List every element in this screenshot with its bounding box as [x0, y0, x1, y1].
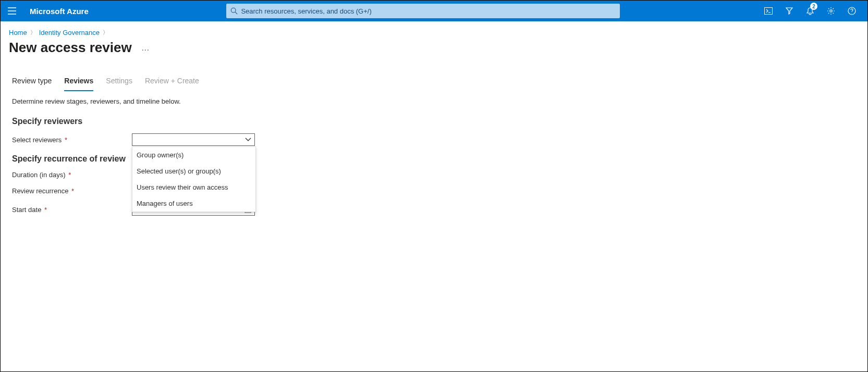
option-group-owners[interactable]: Group owner(s): [132, 147, 255, 163]
svg-line-1: [236, 12, 238, 14]
cloud-shell-icon[interactable]: [758, 1, 779, 21]
search-wrap: [94, 4, 753, 18]
notifications-icon[interactable]: 2: [800, 1, 821, 21]
section-specify-reviewers: Specify reviewers: [12, 117, 856, 126]
duration-label-text: Duration (in days): [12, 171, 66, 179]
required-asterisk: *: [42, 206, 47, 214]
breadcrumb: Home 〉 Identity Governance 〉: [1, 21, 867, 40]
help-icon[interactable]: [841, 1, 862, 21]
field-select-reviewers: Select reviewers * Group owner(s) Select…: [12, 133, 856, 146]
brand-label: Microsoft Azure: [30, 7, 89, 16]
required-asterisk: *: [69, 187, 74, 195]
option-users-own-access[interactable]: Users review their own access: [132, 179, 255, 195]
settings-icon[interactable]: [821, 1, 841, 21]
header-icons: 2: [758, 1, 862, 21]
global-header: Microsoft Azure 2: [1, 1, 867, 21]
search-icon: [230, 7, 238, 15]
breadcrumb-home[interactable]: Home: [9, 29, 27, 36]
more-actions-icon[interactable]: …: [141, 43, 150, 53]
select-reviewers-label: Select reviewers *: [12, 136, 132, 144]
select-reviewers-label-text: Select reviewers: [12, 136, 62, 144]
directory-filter-icon[interactable]: [779, 1, 800, 21]
page-title-row: New access review …: [1, 40, 867, 58]
chevron-right-icon: 〉: [103, 29, 108, 36]
wizard-tabs: Review type Reviews Settings Review + Cr…: [1, 58, 867, 91]
global-search[interactable]: [226, 4, 620, 18]
select-reviewers-dropdown[interactable]: Group owner(s) Selected user(s) or group…: [132, 133, 255, 146]
chevron-right-icon: 〉: [30, 29, 36, 36]
duration-label: Duration (in days) *: [12, 171, 132, 179]
tab-review-type[interactable]: Review type: [12, 77, 52, 91]
breadcrumb-identity-governance[interactable]: Identity Governance: [39, 29, 100, 36]
search-input[interactable]: [238, 7, 616, 15]
tab-settings: Settings: [106, 77, 132, 91]
notification-badge: 2: [810, 3, 817, 10]
page-title: New access review: [9, 40, 132, 56]
option-managers-of-users[interactable]: Managers of users: [132, 195, 255, 212]
svg-point-3: [830, 10, 832, 12]
recurrence-label-text: Review recurrence: [12, 187, 68, 195]
option-selected-users-groups[interactable]: Selected user(s) or group(s): [132, 163, 255, 179]
select-reviewers-options: Group owner(s) Selected user(s) or group…: [132, 146, 256, 212]
tab-review-create: Review + Create: [145, 77, 199, 91]
instruction-text: Determine review stages, reviewers, and …: [12, 97, 856, 105]
tab-reviews[interactable]: Reviews: [64, 77, 93, 91]
chevron-down-icon: [245, 137, 251, 143]
required-asterisk: *: [63, 136, 67, 144]
start-date-label-text: Start date: [12, 206, 41, 214]
required-asterisk: *: [67, 171, 71, 179]
svg-rect-2: [765, 8, 773, 15]
content-area: Determine review stages, reviewers, and …: [1, 91, 867, 216]
menu-icon[interactable]: [6, 5, 18, 17]
start-date-label: Start date *: [12, 206, 132, 214]
recurrence-label: Review recurrence *: [12, 187, 132, 195]
svg-point-0: [231, 8, 236, 13]
